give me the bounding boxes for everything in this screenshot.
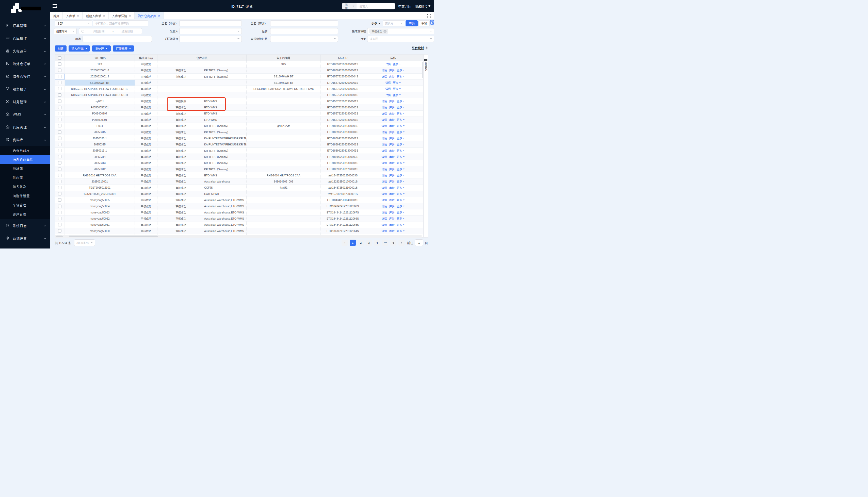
action-link-更多[interactable]: 更多 [397,192,405,196]
row-checkbox-cell[interactable] [55,111,65,116]
sku-code-cell[interactable]: sy8611 [65,98,135,104]
row-checkbox-cell[interactable] [55,228,65,234]
goto-page-input[interactable]: 1 [415,239,423,246]
action-link-更多[interactable]: 更多 [397,142,405,146]
action-link-更多[interactable]: 更多 [393,87,401,90]
action-link-更多[interactable]: 更多 [393,81,401,85]
sku-code-cell[interactable]: moneybag50061 [65,222,135,228]
action-link-详情[interactable]: 详情 [382,167,387,171]
action-link-库龄[interactable]: 库龄 [389,155,395,159]
action-link-详情[interactable]: 详情 [382,105,387,109]
row-checkbox-cell[interactable] [55,67,65,73]
row-checkbox-cell[interactable] [55,185,65,190]
action-link-库龄[interactable]: 库龄 [389,75,395,79]
sidebar-item-warehouse-management[interactable]: 仓库管理 [0,120,50,133]
action-link-库龄[interactable]: 库龄 [389,112,395,115]
prev-page-button[interactable]: ‹ [341,240,348,246]
action-link-更多[interactable]: 更多 [397,124,405,128]
page-button-2[interactable]: 2 [358,240,364,246]
row-checkbox-cell[interactable] [55,209,65,215]
search-button[interactable]: 查询 [406,20,418,26]
action-link-更多[interactable]: 更多 [393,62,401,66]
tab-创建入库单[interactable]: 创建入库单✕ [83,12,109,19]
action-link-更多[interactable]: 更多 [397,161,405,165]
sidebar-subitem[interactable]: 供应商 [0,173,50,183]
action-link-库龄[interactable]: 库龄 [389,198,395,202]
page-button-6[interactable]: 6 [390,240,396,246]
sku-code-cell[interactable]: moneybag50063 [65,209,135,215]
row-checkbox-cell[interactable] [55,80,65,86]
action-link-库龄[interactable]: 库龄 [389,68,395,72]
action-link-库龄[interactable]: 库龄 [389,204,395,208]
action-link-更多[interactable]: 更多 [397,223,405,227]
row-checkbox-cell[interactable] [55,203,65,209]
action-link-更多[interactable]: 更多 [397,198,405,202]
page-button-4[interactable]: 4 [374,240,380,246]
sku-code-cell[interactable]: moneybag50065 [65,197,135,203]
sidebar-item-data-library[interactable]: 资料库 [0,133,50,146]
vertical-scrollbar[interactable] [422,62,423,78]
action-link-库龄[interactable]: 库龄 [389,216,395,220]
row-checkbox-cell[interactable] [55,166,65,172]
row-checkbox-cell[interactable] [55,123,65,129]
reset-button[interactable]: 重置 [419,20,430,26]
sidebar-subitem[interactable]: 客户管理 [0,210,50,219]
sidebar-item-order-management[interactable]: 订单管理 [0,19,50,32]
sku-code-cell[interactable]: 20250312 [65,166,135,172]
sku-code-cell[interactable]: TEST2025012301 [65,185,135,190]
sku-code-cell[interactable]: 17379911544_2025012301 [65,191,135,197]
action-link-库龄[interactable]: 库龄 [389,180,395,183]
row-checkbox-cell[interactable] [55,98,65,104]
sidebar-subitem[interactable]: 头程商品库 [0,146,50,155]
action-link-详情[interactable]: 详情 [382,204,387,208]
row-checkbox-cell[interactable] [55,135,65,141]
action-link-更多[interactable]: 更多 [397,75,405,79]
sku-code-cell[interactable]: RHSG010-HEATPOD2-PILLOW-FOOTREST-11 [65,92,135,98]
sku-code-cell[interactable]: 20250315 [65,129,135,135]
sku-code-cell[interactable]: moneybag50064 [65,203,135,209]
action-link-更多[interactable]: 更多 [397,204,405,208]
action-link-更多[interactable]: 更多 [397,173,405,177]
action-link-库龄[interactable]: 库龄 [389,130,395,134]
import-export-button[interactable]: 导入/导出 [69,45,90,52]
search-scope-select[interactable]: 菜单 [342,3,356,10]
search-input[interactable]: 请输入 [356,3,395,10]
packaging-select[interactable] [270,36,338,42]
sku-code-cell[interactable]: RHSG010-HEATPOD2-PILLOW-FOOTREST-12 [65,86,135,91]
tab-close-icon[interactable]: ✕ [77,14,79,17]
time-type-select[interactable]: 创建时间 [54,28,77,34]
page-button-1[interactable]: 1 [350,240,356,246]
action-link-更多[interactable]: 更多 [397,99,405,103]
action-link-更多[interactable]: 更多 [397,136,405,140]
action-link-更多[interactable]: 更多 [397,216,405,220]
action-link-详情[interactable]: 详情 [382,198,387,202]
action-link-详情[interactable]: 详情 [382,118,387,122]
action-link-更多[interactable]: 更多 [397,112,405,115]
action-link-更多[interactable]: 更多 [397,118,405,122]
row-checkbox-cell[interactable] [55,61,65,67]
action-link-更多[interactable]: 更多 [397,180,405,183]
sidebar-item-overseas-warehouse-operation[interactable]: 海外仓操作 [0,70,50,83]
sku-code-cell[interactable]: H004 [65,123,135,129]
sidebar-item-system-log[interactable]: 系统日志 [0,219,50,232]
action-link-库龄[interactable]: 库龄 [389,210,395,214]
action-link-库龄[interactable]: 库龄 [389,118,395,122]
more-filter-select[interactable]: 请选择 [383,20,405,26]
action-link-详情[interactable]: 详情 [382,68,387,72]
sidebar-subitem[interactable]: 船名航次 [0,183,50,191]
sku-code-cell[interactable]: 20250325 [65,141,135,147]
action-link-库龄[interactable]: 库龄 [389,136,395,140]
action-link-库龄[interactable]: 库龄 [389,192,395,196]
sidebar-subitem[interactable]: 问题件设置 [0,191,50,201]
sidebar-subitem[interactable]: 地址簿 [0,164,50,173]
platform-mapping-link[interactable]: 平台映射 [412,46,428,50]
create-button[interactable]: 创建 [55,45,67,52]
action-link-更多[interactable]: 更多 [397,149,405,153]
sku-code-cell[interactable]: 20250314 [65,154,135,160]
tab-close-icon[interactable]: ✕ [103,14,105,17]
sku-code-cell[interactable]: RHSG010-HEATPOD2-CAA [65,172,135,178]
tab-close-icon[interactable]: ✕ [129,14,131,17]
sku-code-cell[interactable]: 20250313-1 [65,148,135,154]
action-link-更多[interactable]: 更多 [393,93,401,97]
action-link-详情[interactable]: 详情 [382,173,387,177]
